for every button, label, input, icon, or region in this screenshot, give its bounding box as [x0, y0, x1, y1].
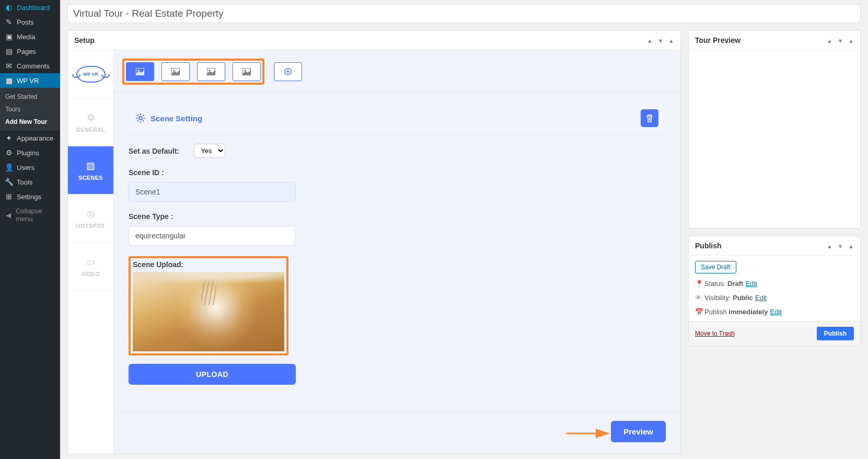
status-edit-link[interactable]: Edit: [745, 280, 757, 288]
scene-type-label: Scene Type :: [129, 212, 666, 221]
panel-up-icon[interactable]: ▲: [647, 38, 653, 44]
gear-icon: [136, 113, 145, 123]
target-icon: ◎: [87, 208, 95, 220]
brush-icon: ✦: [4, 134, 14, 142]
set-default-select[interactable]: Yes: [194, 144, 225, 158]
plugin-icon: ⚙: [4, 148, 14, 157]
visibility-value: Public: [733, 294, 753, 302]
publish-button[interactable]: Publish: [817, 327, 854, 340]
tour-preview-panel: Tour Preview ▲ ▼ ▲: [688, 30, 861, 228]
scene-tabs-highlight: [122, 59, 264, 85]
gear-icon: ⚙: [87, 112, 95, 123]
panel-up-icon[interactable]: ▲: [827, 243, 832, 249]
scene-id-label: Scene ID :: [129, 168, 666, 177]
admin-sidebar: ◐Dashboard ✎Posts ▣Media ▤Pages ✉Comment…: [0, 0, 60, 458]
sidebar-label: Pages: [17, 48, 36, 55]
setup-panel: Setup ▲ ▼ ▲ WP VR ⚙: [67, 30, 681, 454]
publish-edit-link[interactable]: Edit: [770, 308, 781, 316]
sidebar-item-tools[interactable]: 🔧Tools: [0, 175, 60, 189]
status-value: Draft: [727, 280, 743, 288]
tour-title-input[interactable]: [67, 4, 861, 23]
tab-general[interactable]: ⚙ GENERAL: [68, 98, 113, 146]
video-icon: ▭: [86, 256, 95, 268]
sidebar-item-posts[interactable]: ✎Posts: [0, 15, 60, 29]
tab-video[interactable]: ▭ VIDEO: [68, 243, 113, 291]
collapse-menu[interactable]: ◀Collapse menu: [0, 204, 60, 226]
panel-toggle-icon[interactable]: ▲: [668, 38, 674, 44]
sidebar-label: Appearance: [17, 134, 53, 142]
sliders-icon: ⊞: [4, 192, 14, 201]
scene-type-input[interactable]: [129, 226, 296, 246]
image-icon: [136, 68, 144, 75]
wrench-icon: 🔧: [4, 178, 14, 186]
visibility-edit-link[interactable]: Edit: [755, 294, 767, 302]
image-icon: [171, 68, 180, 75]
set-default-label: Set as Default:: [129, 147, 179, 155]
sidebar-label: Comments: [17, 62, 50, 70]
submenu-add-new-tour[interactable]: Add New Tour: [0, 116, 60, 128]
image-icon: [242, 68, 251, 75]
scene-tab-1[interactable]: [126, 62, 154, 81]
tour-preview-title: Tour Preview: [695, 36, 740, 44]
move-to-trash-link[interactable]: Move to Trash: [695, 330, 735, 337]
preview-button[interactable]: Preview: [611, 421, 666, 442]
sidebar-item-media[interactable]: ▣Media: [0, 29, 60, 44]
scene-tab-3[interactable]: [197, 62, 225, 81]
sidebar-label: Dashboard: [17, 4, 50, 12]
scene-thumbnail[interactable]: [133, 272, 284, 351]
delete-scene-button[interactable]: [641, 109, 658, 127]
upload-button[interactable]: UPLOAD: [129, 364, 296, 385]
sidebar-item-appearance[interactable]: ✦Appearance: [0, 131, 60, 145]
publish-immediately-value: immediately: [728, 308, 768, 316]
publish-panel: Publish ▲ ▼ ▲ Save Draft 📍 Status: Draft…: [688, 236, 861, 346]
wpvr-logo: WP VR: [68, 50, 113, 98]
panel-up-icon[interactable]: ▲: [827, 38, 832, 44]
svg-line-15: [143, 120, 144, 121]
sidebar-item-wpvr[interactable]: ▦WP VR: [0, 73, 60, 88]
sidebar-item-settings[interactable]: ⊞Settings: [0, 189, 60, 204]
cube-icon: ▦: [4, 76, 14, 85]
tab-hotspot[interactable]: ◎ HOTSPOT: [68, 194, 113, 243]
add-scene-button[interactable]: [274, 62, 302, 81]
scene-setting-title: Scene Setting: [151, 114, 202, 123]
preview-canvas: [689, 50, 860, 228]
sidebar-label: Posts: [17, 18, 34, 26]
annotation-arrow: [565, 427, 612, 440]
sidebar-item-dashboard[interactable]: ◐Dashboard: [0, 0, 60, 15]
panel-down-icon[interactable]: ▼: [838, 243, 843, 249]
scene-id-input[interactable]: [129, 182, 296, 202]
sidebar-submenu: Get Started Tours Add New Tour: [0, 88, 60, 131]
save-draft-button[interactable]: Save Draft: [695, 261, 736, 273]
user-icon: 👤: [4, 163, 14, 171]
tab-scenes[interactable]: ▧ SCENES: [68, 146, 113, 194]
tab-label: HOTSPOT: [76, 223, 105, 229]
submenu-tours[interactable]: Tours: [0, 103, 60, 116]
media-icon: ▣: [4, 32, 14, 41]
publish-title: Publish: [695, 242, 722, 250]
status-label: Status:: [704, 280, 725, 288]
panel-toggle-icon[interactable]: ▲: [848, 243, 854, 249]
scene-tab-4[interactable]: [233, 62, 261, 81]
sidebar-label: WP VR: [17, 77, 39, 85]
image-icon: [207, 68, 215, 75]
tab-label: SCENES: [78, 175, 103, 181]
svg-line-16: [137, 120, 138, 121]
image-icon: ▧: [86, 160, 95, 171]
sidebar-label: Plugins: [17, 149, 39, 157]
sidebar-item-comments[interactable]: ✉Comments: [0, 59, 60, 73]
panel-down-icon[interactable]: ▼: [658, 38, 664, 44]
collapse-label: Collapse menu: [16, 207, 56, 223]
sidebar-item-pages[interactable]: ▤Pages: [0, 44, 60, 59]
panel-down-icon[interactable]: ▼: [838, 38, 843, 44]
sidebar-label: Users: [17, 164, 34, 171]
visibility-label: Visibility:: [704, 294, 731, 302]
sidebar-label: Tools: [17, 178, 32, 186]
pin-icon: ✎: [4, 18, 14, 26]
scene-tab-2[interactable]: [161, 62, 190, 81]
sidebar-item-plugins[interactable]: ⚙Plugins: [0, 145, 60, 160]
comment-icon: ✉: [4, 62, 14, 70]
submenu-get-started[interactable]: Get Started: [0, 90, 60, 103]
sidebar-item-users[interactable]: 👤Users: [0, 160, 60, 175]
svg-line-17: [143, 115, 144, 116]
panel-toggle-icon[interactable]: ▲: [848, 38, 854, 44]
